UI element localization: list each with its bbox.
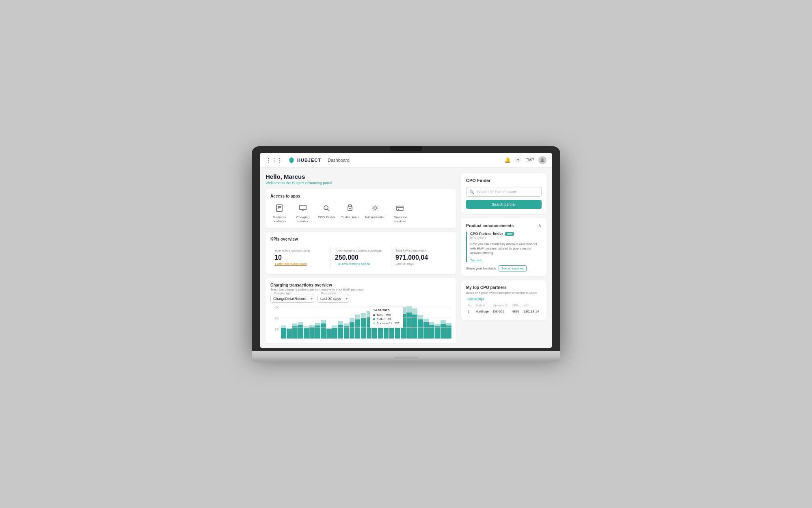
logo: HUBJECT xyxy=(287,156,321,164)
tooltip-success-dot xyxy=(373,322,375,324)
tooltip-success: Successful: 121 xyxy=(373,321,400,325)
bar-failed-25 xyxy=(423,319,429,322)
bar-success-6 xyxy=(315,326,320,339)
kpi-stations-label: Total charging stations coverage xyxy=(335,249,387,252)
bar-stack-11 xyxy=(344,323,349,339)
menu-icon[interactable]: ⋮⋮⋮ xyxy=(266,157,283,163)
kpi-subscriptions-link[interactable]: 1 offer will expire soon xyxy=(274,262,326,266)
bar-success-27 xyxy=(435,326,440,339)
laptop-base xyxy=(252,351,560,358)
bar-success-4 xyxy=(304,328,309,339)
bar-failed-28 xyxy=(441,320,446,324)
kpi-stations: Total charging stations coverage 250.000… xyxy=(331,245,391,269)
chart-title: Charging transactions overview xyxy=(270,283,451,287)
bar-success-12 xyxy=(350,322,355,339)
laptop-wrapper: ⋮⋮⋮ HUBJECT Dashboard 🔔 ? EMP xyxy=(252,146,560,362)
bar-success-28 xyxy=(441,324,446,339)
app-item-charging-monitor[interactable]: Chargingmonitor xyxy=(294,202,312,223)
bar-stack-4 xyxy=(304,326,309,339)
charging-type-select[interactable]: ChargeDetailRecord xyxy=(270,295,314,303)
tooltip-total: Total: 150 xyxy=(373,313,400,317)
last-days-badge: Last 30 days xyxy=(466,297,486,301)
logo-text: HUBJECT xyxy=(297,158,321,163)
tooltip-failed-value: 29 xyxy=(387,317,391,321)
bar-failed-24 xyxy=(418,315,423,319)
testing-tools-label: Testing tools xyxy=(341,215,359,219)
collapse-button[interactable]: ∧ xyxy=(538,223,542,228)
chart-header: Charging transactions overview Track the… xyxy=(270,283,451,291)
notification-icon[interactable]: 🔔 xyxy=(504,157,511,163)
search-input-wrapper: 🔍 xyxy=(466,187,542,197)
bar-stack-28 xyxy=(441,320,446,339)
kpis-grid: Your active subscriptions 10 1 offer wil… xyxy=(270,245,451,269)
apps-section-title: Access to apps xyxy=(270,194,451,198)
announcements-header: Product announcements ∧ xyxy=(466,223,542,228)
ann-title: CPO Partner finder xyxy=(470,232,503,236)
bar-success-7 xyxy=(321,323,326,339)
bar-failed-6 xyxy=(315,323,320,326)
app-item-testing-tools[interactable]: Testing tools xyxy=(341,202,359,219)
bar-group-2 xyxy=(292,323,298,339)
announcement-item: CPO Partner finder New 01/12/2021 Now yo… xyxy=(466,232,542,262)
bar-stack-29 xyxy=(446,323,451,339)
bar-failed-11 xyxy=(344,323,349,326)
chart-subtitle: Track the charging stations performance … xyxy=(270,288,451,291)
bar-stack-2 xyxy=(292,323,298,339)
bar-success-23 xyxy=(412,315,417,339)
bar-group-24 xyxy=(418,315,423,339)
time-period-wrapper: Time period Last 30 days ▾ xyxy=(317,295,349,303)
col-no: No. xyxy=(466,303,474,308)
partner-search-input[interactable] xyxy=(466,187,542,197)
administration-icon xyxy=(369,202,381,214)
svg-point-0 xyxy=(542,158,544,160)
bar-group-4 xyxy=(304,326,309,339)
time-period-select[interactable]: Last 30 days xyxy=(317,295,349,303)
cpo-finder-title: CPO Finder xyxy=(466,178,542,183)
laptop-keyboard xyxy=(252,358,560,362)
kpi-kwh: Total kWh consumed 971.000,04 Last 30 da… xyxy=(391,245,451,269)
bar-group-23 xyxy=(412,308,417,339)
announcements-footer: Share your feedback See all updates xyxy=(466,265,542,271)
share-feedback-button[interactable]: Share your feedback xyxy=(466,265,496,271)
app-item-business-contracts[interactable]: Businesscontracts xyxy=(270,202,288,223)
top-cpo-subtitle: Based on highest kWh consumption or numb… xyxy=(466,291,542,294)
bar-failed-2 xyxy=(292,323,298,326)
bar-success-5 xyxy=(309,327,315,339)
bar-success-0 xyxy=(281,328,286,339)
bar-success-11 xyxy=(344,326,349,339)
table-row: 1 VoltEdge DE*662 4892 130118.14 xyxy=(466,308,542,315)
announcements-title: Product announcements xyxy=(466,224,514,228)
y-labels: 200 150 100 xyxy=(270,306,279,339)
kpi-stations-positive: ↑ 38 new stations added xyxy=(335,262,387,266)
bar-stack-24 xyxy=(418,315,423,339)
bar-failed-13 xyxy=(355,315,361,319)
search-partner-button[interactable]: Search partner xyxy=(466,200,542,209)
charging-type-wrapper: Charging type ChargeDetailRecord ▾ xyxy=(270,295,314,303)
chart-area: 200 150 100 xyxy=(270,306,451,339)
bar-success-26 xyxy=(429,325,434,339)
bar-stack-13 xyxy=(355,315,361,339)
app-item-cpo-finder[interactable]: CPO Finder xyxy=(317,202,335,219)
kpi-kwh-sub: Last 30 days xyxy=(395,262,447,266)
bar-group-26 xyxy=(429,322,434,339)
help-icon[interactable]: ? xyxy=(515,157,521,163)
app-item-financial-services[interactable]: Financialservices xyxy=(391,202,409,223)
bar-failed-29 xyxy=(446,323,451,326)
col-partner: Partner xyxy=(474,303,491,308)
see-all-updates-button[interactable]: See all updates xyxy=(499,265,527,271)
ann-try-now-link[interactable]: Try now xyxy=(470,258,482,262)
kpi-kwh-value: 971.000,04 xyxy=(395,254,447,261)
kpi-kwh-label: Total kWh consumed xyxy=(395,249,447,252)
avatar[interactable] xyxy=(538,156,546,164)
kpi-subscriptions: Your active subscriptions 10 1 offer wil… xyxy=(270,245,331,269)
administration-label: Administration xyxy=(365,215,385,219)
charging-transactions-card: Charging transactions overview Track the… xyxy=(266,278,456,343)
bar-stack-14 xyxy=(361,313,366,339)
charging-monitor-icon xyxy=(297,202,309,214)
apps-grid: Businesscontracts Chargingmonitor xyxy=(270,202,451,223)
svg-line-9 xyxy=(328,209,329,211)
bar-stack-22 xyxy=(406,306,412,339)
bar-stack-0 xyxy=(281,326,286,339)
laptop-screen: ⋮⋮⋮ HUBJECT Dashboard 🔔 ? EMP xyxy=(260,153,552,348)
app-item-administration[interactable]: Administration xyxy=(365,202,385,219)
